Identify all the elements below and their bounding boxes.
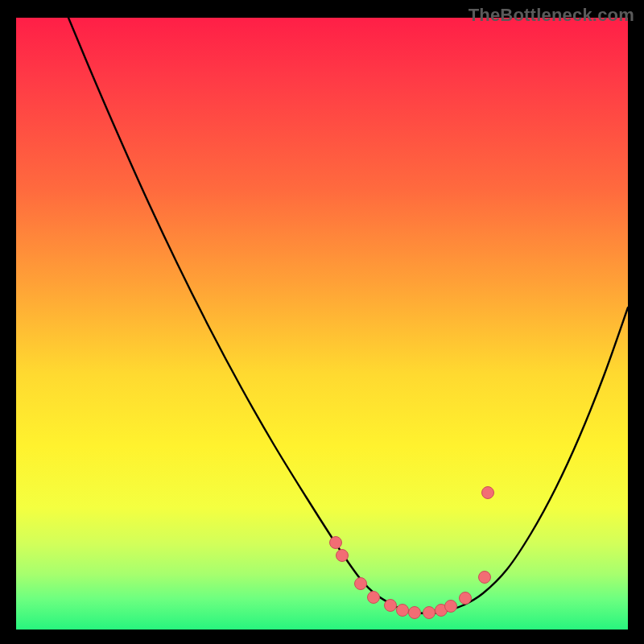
scatter-point	[355, 578, 367, 590]
scatter-point	[330, 537, 342, 549]
plot-inner	[16, 18, 628, 630]
scatter-point	[368, 592, 380, 604]
chart-frame: TheBottleneck.com	[0, 0, 644, 644]
scatter-point	[336, 550, 349, 562]
plot-area	[16, 18, 628, 630]
scatter-point	[423, 607, 436, 619]
scatter-point	[397, 605, 409, 617]
scatter-point	[482, 487, 494, 499]
scatter-points	[330, 487, 494, 619]
watermark-label: TheBottleneck.com	[469, 5, 634, 26]
bottleneck-curve	[68, 18, 628, 613]
scatter-point	[385, 600, 397, 612]
chart-svg	[16, 18, 628, 630]
scatter-point	[409, 607, 421, 619]
scatter-point	[445, 601, 457, 613]
scatter-point	[479, 572, 491, 584]
scatter-point	[460, 592, 472, 605]
